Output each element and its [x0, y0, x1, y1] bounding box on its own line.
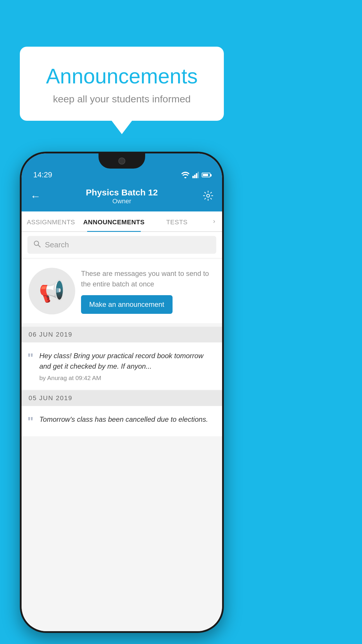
front-camera — [118, 158, 125, 164]
batch-title: Physics Batch 12 — [86, 188, 158, 197]
svg-point-4 — [207, 194, 210, 197]
wifi-icon — [181, 172, 189, 178]
announcement-content-1: Hey class! Bring your practical record b… — [39, 351, 215, 382]
promo-right: These are messages you want to send to t… — [81, 268, 215, 314]
make-announcement-button[interactable]: Make an announcement — [81, 295, 173, 314]
search-bar[interactable]: Search — [27, 236, 216, 254]
tabs-container: ASSIGNMENTS ANNOUNCEMENTS TESTS › — [22, 211, 222, 232]
announcement-meta-1: by Anurag at 09:42 AM — [39, 374, 215, 382]
status-icons — [181, 172, 210, 178]
announcement-item-1[interactable]: " Hey class! Bring your practical record… — [22, 342, 222, 390]
speech-bubble-title: Announcements — [34, 64, 209, 88]
app-header: ← Physics Batch 12 Owner — [22, 182, 222, 211]
batch-role: Owner — [86, 197, 158, 205]
search-container: Search — [22, 232, 222, 258]
date-separator-1: 06 JUN 2019 — [22, 327, 222, 342]
tab-announcements[interactable]: ANNOUNCEMENTS — [80, 211, 147, 231]
announcement-text-1: Hey class! Bring your practical record b… — [39, 351, 215, 372]
announcement-text-2: Tomorrow's class has been cancelled due … — [39, 414, 208, 425]
quote-icon-1: " — [27, 352, 34, 382]
megaphone-icon: 📢 — [39, 279, 65, 304]
svg-line-6 — [38, 245, 41, 247]
promo-icon-circle: 📢 — [29, 268, 75, 314]
battery-icon — [202, 173, 210, 177]
gear-icon — [203, 190, 213, 201]
tab-assignments[interactable]: ASSIGNMENTS — [22, 211, 80, 231]
tab-tests[interactable]: TESTS — [147, 211, 206, 231]
svg-rect-3 — [198, 172, 199, 178]
phone-frame: 14:29 — [20, 152, 224, 633]
date-separator-2: 05 JUN 2019 — [22, 390, 222, 406]
status-time: 14:29 — [33, 170, 52, 179]
announcement-content-2: Tomorrow's class has been cancelled due … — [39, 414, 208, 428]
promo-description: These are messages you want to send to t… — [81, 268, 215, 289]
phone-notch — [99, 153, 145, 169]
header-title-section: Physics Batch 12 Owner — [86, 188, 158, 205]
quote-icon-2: " — [27, 415, 34, 428]
phone-container: 14:29 — [20, 152, 224, 633]
settings-button[interactable] — [203, 190, 213, 202]
speech-bubble-container: Announcements keep all your students inf… — [20, 47, 224, 121]
announcement-item-2[interactable]: " Tomorrow's class has been cancelled du… — [22, 406, 222, 436]
search-placeholder-text: Search — [45, 240, 69, 249]
promo-card: 📢 These are messages you want to send to… — [22, 259, 222, 323]
back-button[interactable]: ← — [30, 190, 41, 202]
phone-inner: 14:29 — [22, 153, 222, 631]
speech-bubble: Announcements keep all your students inf… — [20, 47, 224, 121]
svg-rect-1 — [194, 175, 196, 178]
svg-rect-2 — [196, 173, 197, 178]
phone-screen: 14:29 — [22, 153, 222, 631]
speech-bubble-subtitle: keep all your students informed — [34, 93, 209, 105]
search-icon — [33, 240, 41, 250]
signal-icon — [192, 172, 199, 178]
svg-rect-0 — [192, 176, 194, 178]
tab-more[interactable]: › — [206, 211, 222, 231]
content-area: Search 📢 These are messages you want to … — [22, 232, 222, 631]
